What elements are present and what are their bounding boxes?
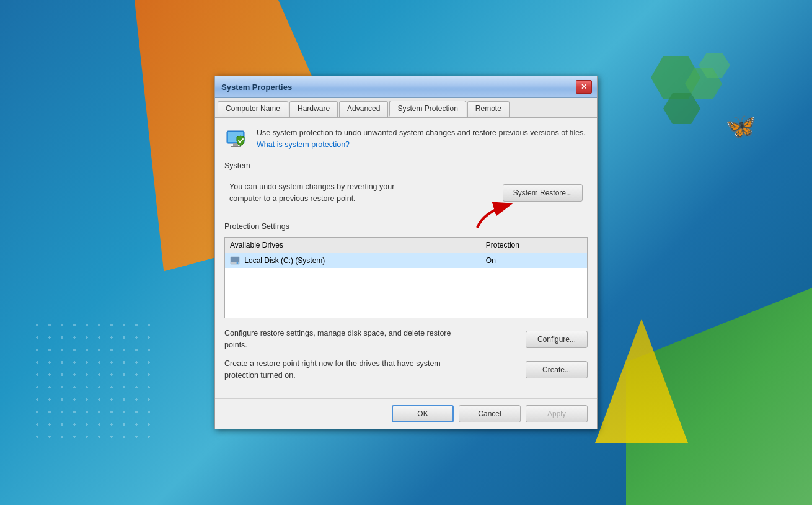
dialog-content: Use system protection to undo unwanted s… xyxy=(215,118,597,398)
system-protection-icon xyxy=(224,127,249,152)
configure-description: Configure restore settings, manage disk … xyxy=(224,328,460,351)
table-empty-row-3 xyxy=(225,293,588,305)
table-empty-row-1 xyxy=(225,268,588,280)
system-section-divider: System xyxy=(224,161,588,170)
restore-row: You can undo system changes by reverting… xyxy=(224,176,588,210)
create-button[interactable]: Create... xyxy=(526,361,588,378)
title-bar-controls: ✕ xyxy=(576,80,592,94)
drives-table: Available Drives Protection xyxy=(224,237,588,318)
restore-section: You can undo system changes by reverting… xyxy=(224,176,588,210)
col-header-protection: Protection xyxy=(481,237,588,253)
header-description: Use system protection to undo unwanted s… xyxy=(257,127,588,151)
protection-settings-divider: Protection Settings xyxy=(224,222,588,231)
svg-rect-7 xyxy=(231,146,241,147)
ok-button[interactable]: OK xyxy=(392,405,454,422)
drive-icon xyxy=(230,256,240,265)
tab-system-protection[interactable]: System Protection xyxy=(389,101,466,117)
protection-divider-line xyxy=(294,226,588,226)
dialog-footer: OK Cancel Apply xyxy=(215,398,597,429)
tab-computer-name[interactable]: Computer Name xyxy=(218,101,288,117)
protection-settings-label: Protection Settings xyxy=(224,222,289,231)
table-empty-row-2 xyxy=(225,280,588,293)
divider-line xyxy=(255,166,588,166)
svg-rect-6 xyxy=(233,143,238,146)
apply-button[interactable]: Apply xyxy=(526,405,588,422)
table-empty-row-4 xyxy=(225,305,588,318)
protection-cell: On xyxy=(481,253,588,268)
protection-settings: Available Drives Protection xyxy=(224,237,588,318)
title-bar: System Properties ✕ xyxy=(215,76,597,98)
system-restore-button[interactable]: System Restore... xyxy=(503,184,583,202)
configure-row: Configure restore settings, manage disk … xyxy=(224,328,588,351)
system-properties-dialog: System Properties ✕ Computer Name Hardwa… xyxy=(214,76,598,429)
drive-cell: Local Disk (C:) (System) xyxy=(225,253,481,268)
tab-advanced[interactable]: Advanced xyxy=(339,101,388,117)
restore-description: You can undo system changes by reverting… xyxy=(229,181,415,205)
system-protection-link[interactable]: What is system protection? xyxy=(257,140,350,149)
tab-hardware[interactable]: Hardware xyxy=(289,101,338,117)
create-row: Create a restore point right now for the… xyxy=(224,358,588,382)
table-header-row: Available Drives Protection xyxy=(225,237,588,253)
header-section: Use system protection to undo unwanted s… xyxy=(224,127,588,152)
configure-button[interactable]: Configure... xyxy=(526,331,588,348)
col-header-drives: Available Drives xyxy=(225,237,481,253)
dialog-title: System Properties xyxy=(221,83,292,92)
svg-rect-10 xyxy=(231,257,239,262)
close-button[interactable]: ✕ xyxy=(576,80,592,94)
create-description: Create a restore point right now for the… xyxy=(224,358,460,382)
dialog-overlay: System Properties ✕ Computer Name Hardwa… xyxy=(0,0,812,505)
system-label: System xyxy=(224,161,250,170)
svg-point-11 xyxy=(237,262,239,264)
tab-remote[interactable]: Remote xyxy=(467,101,510,117)
table-row[interactable]: Local Disk (C:) (System) On xyxy=(225,253,588,268)
cancel-button[interactable]: Cancel xyxy=(459,405,521,422)
tab-bar: Computer Name Hardware Advanced System P… xyxy=(215,98,597,118)
